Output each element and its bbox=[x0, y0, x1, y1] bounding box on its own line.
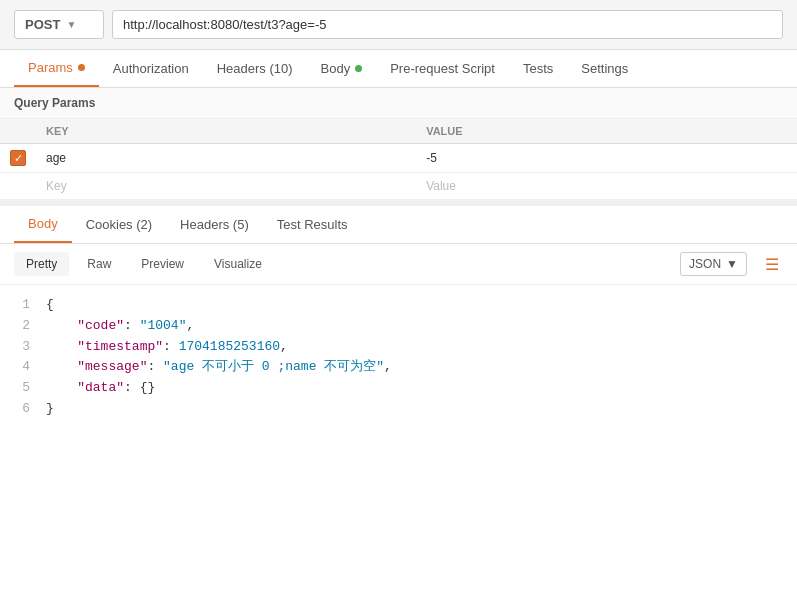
tab-prerequest-label: Pre-request Script bbox=[390, 61, 495, 76]
subtab-visualize-label: Visualize bbox=[214, 257, 262, 271]
wrap-icon[interactable]: ☰ bbox=[761, 253, 783, 275]
col-key-header: KEY bbox=[36, 119, 416, 144]
row-value-cell: -5 bbox=[416, 144, 797, 173]
subtabs-row: Pretty Raw Preview Visualize JSON ▼ ☰ bbox=[0, 244, 797, 285]
table-row: ✓ age -5 bbox=[0, 144, 797, 173]
url-input[interactable] bbox=[112, 10, 783, 39]
format-select[interactable]: JSON ▼ bbox=[680, 252, 747, 276]
format-chevron-icon: ▼ bbox=[726, 257, 738, 271]
tab-params-label: Params bbox=[28, 60, 73, 75]
line-num-2: 2 bbox=[14, 316, 30, 337]
tab-prerequest[interactable]: Pre-request Script bbox=[376, 50, 509, 87]
table-row-placeholder: Key Value bbox=[0, 173, 797, 200]
json-body: 1 { 2 "code": "1004", 3 "timestamp": 170… bbox=[0, 285, 797, 430]
subtab-preview-label: Preview bbox=[141, 257, 184, 271]
line-num-5: 5 bbox=[14, 378, 30, 399]
url-bar: POST ▼ bbox=[0, 0, 797, 50]
line-content-5: "data": {} bbox=[46, 378, 155, 399]
method-chevron-icon: ▼ bbox=[66, 19, 76, 30]
resp-tab-body[interactable]: Body bbox=[14, 206, 72, 243]
line-content-4: "message": "age 不可小于 0 ;name 不可为空", bbox=[46, 357, 392, 378]
resp-tab-headers-label: Headers (5) bbox=[180, 217, 249, 232]
params-dot bbox=[78, 64, 85, 71]
subtab-raw[interactable]: Raw bbox=[75, 252, 123, 276]
tab-authorization-label: Authorization bbox=[113, 61, 189, 76]
resp-tab-headers[interactable]: Headers (5) bbox=[166, 206, 263, 243]
method-label: POST bbox=[25, 17, 60, 32]
key-placeholder: Key bbox=[46, 179, 67, 193]
resp-tab-testresults-label: Test Results bbox=[277, 217, 348, 232]
line-content-3: "timestamp": 1704185253160, bbox=[46, 337, 288, 358]
row-key-cell: age bbox=[36, 144, 416, 173]
checkbox-checked[interactable]: ✓ bbox=[10, 150, 26, 166]
tab-settings[interactable]: Settings bbox=[567, 50, 642, 87]
resp-tab-testresults[interactable]: Test Results bbox=[263, 206, 362, 243]
json-line-6: 6 } bbox=[14, 399, 783, 420]
tab-tests[interactable]: Tests bbox=[509, 50, 567, 87]
line-content-2: "code": "1004", bbox=[46, 316, 194, 337]
subtab-preview[interactable]: Preview bbox=[129, 252, 196, 276]
tab-body-label: Body bbox=[321, 61, 351, 76]
table-header-row: KEY VALUE bbox=[0, 119, 797, 144]
query-params-header: Query Params bbox=[0, 88, 797, 119]
col-value-header: VALUE bbox=[416, 119, 797, 144]
subtab-pretty-label: Pretty bbox=[26, 257, 57, 271]
line-content-6: } bbox=[46, 399, 54, 420]
line-num-4: 4 bbox=[14, 357, 30, 378]
response-tabs: Body Cookies (2) Headers (5) Test Result… bbox=[0, 206, 797, 244]
placeholder-value-cell[interactable]: Value bbox=[416, 173, 797, 200]
response-section: Body Cookies (2) Headers (5) Test Result… bbox=[0, 200, 797, 430]
col-checkbox bbox=[0, 119, 36, 144]
tab-settings-label: Settings bbox=[581, 61, 628, 76]
wrap-symbol: ☰ bbox=[765, 255, 779, 274]
json-line-4: 4 "message": "age 不可小于 0 ;name 不可为空", bbox=[14, 357, 783, 378]
resp-tab-body-label: Body bbox=[28, 216, 58, 231]
json-line-5: 5 "data": {} bbox=[14, 378, 783, 399]
tab-body[interactable]: Body bbox=[307, 50, 377, 87]
tab-headers-label: Headers (10) bbox=[217, 61, 293, 76]
line-content-1: { bbox=[46, 295, 54, 316]
tab-headers[interactable]: Headers (10) bbox=[203, 50, 307, 87]
format-select-label: JSON bbox=[689, 257, 721, 271]
tab-tests-label: Tests bbox=[523, 61, 553, 76]
json-line-2: 2 "code": "1004", bbox=[14, 316, 783, 337]
line-num-3: 3 bbox=[14, 337, 30, 358]
placeholder-checkbox-cell bbox=[0, 173, 36, 200]
subtab-pretty[interactable]: Pretty bbox=[14, 252, 69, 276]
subtab-visualize[interactable]: Visualize bbox=[202, 252, 274, 276]
placeholder-key-cell[interactable]: Key bbox=[36, 173, 416, 200]
request-tabs: Params Authorization Headers (10) Body P… bbox=[0, 50, 797, 88]
line-num-6: 6 bbox=[14, 399, 30, 420]
method-select[interactable]: POST ▼ bbox=[14, 10, 104, 39]
resp-tab-cookies-label: Cookies (2) bbox=[86, 217, 152, 232]
json-line-3: 3 "timestamp": 1704185253160, bbox=[14, 337, 783, 358]
line-num-1: 1 bbox=[14, 295, 30, 316]
resp-tab-cookies[interactable]: Cookies (2) bbox=[72, 206, 166, 243]
query-params-label: Query Params bbox=[14, 96, 95, 110]
value-placeholder: Value bbox=[426, 179, 456, 193]
params-table: KEY VALUE ✓ age -5 Key Value bbox=[0, 119, 797, 200]
subtab-raw-label: Raw bbox=[87, 257, 111, 271]
body-dot bbox=[355, 65, 362, 72]
tab-params[interactable]: Params bbox=[14, 50, 99, 87]
json-line-1: 1 { bbox=[14, 295, 783, 316]
tab-authorization[interactable]: Authorization bbox=[99, 50, 203, 87]
row-checkbox-cell[interactable]: ✓ bbox=[0, 144, 36, 173]
